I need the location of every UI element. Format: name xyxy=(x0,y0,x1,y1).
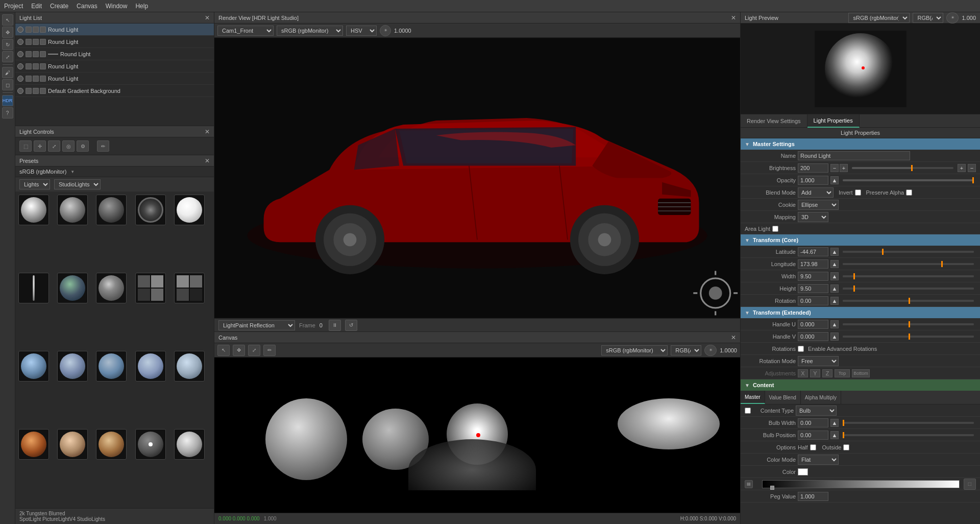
preset-11[interactable] xyxy=(18,351,49,382)
handle-u-input[interactable] xyxy=(798,320,828,329)
vis-btn-6c[interactable] xyxy=(40,88,46,94)
vis-btn-4a[interactable] xyxy=(26,63,32,69)
width-stepper[interactable]: ▲ xyxy=(830,272,839,280)
tool-question[interactable]: ? xyxy=(2,107,13,118)
canvas-tool-2[interactable]: ✥ xyxy=(233,345,245,356)
vis-btn-5c[interactable] xyxy=(40,76,46,82)
light-item-5[interactable]: Round Light xyxy=(15,73,214,85)
presets-category-select[interactable]: Lights xyxy=(19,179,50,189)
light-controls-close[interactable]: ✕ xyxy=(205,128,210,135)
height-stepper[interactable]: ▲ xyxy=(830,284,839,293)
tool-rotate[interactable]: ↻ xyxy=(2,39,13,50)
canvas-tool-3[interactable]: ⤢ xyxy=(248,345,260,356)
handle-u-slider[interactable] xyxy=(843,323,974,325)
color-swatch[interactable] xyxy=(798,468,808,475)
preset-1[interactable] xyxy=(18,195,49,225)
handle-v-stepper[interactable]: ▲ xyxy=(830,332,839,341)
preset-2[interactable] xyxy=(57,195,88,225)
canvas-color-mode[interactable]: RGB(A) xyxy=(671,345,701,355)
preset-15[interactable] xyxy=(174,351,205,382)
handle-v-input[interactable] xyxy=(798,332,828,341)
ctrl-btn-brush[interactable]: ✏ xyxy=(97,140,109,152)
opacity-slider[interactable] xyxy=(843,179,974,181)
colormode-select[interactable]: Flat xyxy=(798,455,839,465)
name-input[interactable] xyxy=(798,151,910,160)
preset-19[interactable] xyxy=(135,429,166,460)
area-light-checkbox[interactable] xyxy=(772,226,778,232)
tool-scale[interactable]: ⤢ xyxy=(2,51,13,62)
rotation-mode-select[interactable]: Free xyxy=(798,356,839,366)
rotation-input[interactable] xyxy=(798,296,828,305)
preset-10[interactable] xyxy=(174,273,205,303)
alpha-expand[interactable]: ⬚ xyxy=(964,479,976,490)
adj-x[interactable]: X xyxy=(798,369,808,377)
width-slider[interactable] xyxy=(843,275,974,277)
ctrl-btn-circle[interactable]: ◎ xyxy=(62,140,75,152)
brightness-add[interactable]: + xyxy=(958,164,966,172)
tool-paint[interactable]: 🖌 xyxy=(2,67,13,78)
preserve-alpha-checkbox[interactable] xyxy=(906,189,912,196)
vis-btn-3a[interactable] xyxy=(26,51,32,57)
alpha-ramp-icon[interactable]: ▤ xyxy=(745,480,753,488)
preset-16[interactable] xyxy=(18,429,49,460)
preset-7[interactable] xyxy=(57,273,88,303)
render-canvas[interactable] xyxy=(214,38,740,318)
vis-btn-4c[interactable] xyxy=(40,63,46,69)
vis-btn-1c[interactable] xyxy=(40,27,46,33)
light-item-3[interactable]: Round Light xyxy=(15,48,214,60)
menu-item-edit[interactable]: Edit xyxy=(31,3,42,10)
opacity-stepper[interactable]: ▲ xyxy=(830,176,839,184)
preset-14[interactable] xyxy=(135,351,166,382)
vis-btn-5b[interactable] xyxy=(33,76,39,82)
vis-btn-3b[interactable] xyxy=(33,51,39,57)
tool-move[interactable]: ✥ xyxy=(2,27,13,38)
preset-12[interactable] xyxy=(57,351,88,382)
adj-bottom[interactable]: Bottom xyxy=(852,369,870,377)
render-view-close[interactable]: ✕ xyxy=(731,14,736,21)
rotations-checkbox[interactable] xyxy=(798,346,804,352)
content-tab-master[interactable]: Master xyxy=(741,391,765,404)
mapping-select[interactable]: 3D xyxy=(798,212,828,222)
latitude-input[interactable] xyxy=(798,247,828,256)
vis-btn-2c[interactable] xyxy=(40,39,46,45)
opacity-input[interactable] xyxy=(798,176,828,185)
preview-color-mode[interactable]: RGB(A) xyxy=(913,13,943,23)
latitude-stepper[interactable]: ▲ xyxy=(830,248,839,256)
height-input[interactable] xyxy=(798,284,828,293)
cookie-select[interactable]: Ellipse xyxy=(798,200,839,210)
light-item-1[interactable]: Round Light xyxy=(15,23,214,36)
preset-20[interactable] xyxy=(174,429,205,460)
light-item-2[interactable]: Round Light xyxy=(15,36,214,48)
vis-btn-5a[interactable] xyxy=(26,76,32,82)
bulb-pos-slider[interactable] xyxy=(843,434,974,436)
width-input[interactable] xyxy=(798,272,828,281)
content-header[interactable]: ▼ Content xyxy=(741,379,980,391)
brightness-minus2[interactable]: − xyxy=(968,164,976,172)
light-item-4[interactable]: Round Light xyxy=(15,60,214,73)
menu-item-canvas[interactable]: Canvas xyxy=(77,3,97,10)
color-mode-select[interactable]: HSV xyxy=(346,26,377,36)
peg-value-input[interactable] xyxy=(798,492,828,501)
adj-top[interactable]: Top xyxy=(835,369,850,377)
adj-z[interactable]: Z xyxy=(822,369,832,377)
play-pause-btn[interactable]: ⏸ xyxy=(329,320,341,331)
ctrl-btn-gear[interactable]: ⚙ xyxy=(77,140,89,152)
preview-color-profile[interactable]: sRGB (rgbMonitor) xyxy=(848,13,910,23)
light-list-close[interactable]: ✕ xyxy=(205,14,210,21)
preset-17[interactable] xyxy=(57,429,88,460)
vis-btn-2b[interactable] xyxy=(33,39,39,45)
preset-13[interactable] xyxy=(96,351,127,382)
tool-hdr[interactable]: HDR xyxy=(2,95,13,106)
canvas-sphere-5[interactable] xyxy=(618,398,720,449)
handle-u-stepper[interactable]: ▲ xyxy=(830,320,839,328)
bulb-width-slider[interactable] xyxy=(843,422,974,424)
menu-item-window[interactable]: Window xyxy=(106,3,128,10)
ctrl-btn-cross[interactable]: ✛ xyxy=(34,140,46,152)
vis-btn-4b[interactable] xyxy=(33,63,39,69)
vis-btn-6a[interactable] xyxy=(26,88,32,94)
vis-btn-6b[interactable] xyxy=(33,88,39,94)
longitude-stepper[interactable]: ▲ xyxy=(830,260,839,268)
ctrl-btn-arrows[interactable]: ⤢ xyxy=(48,140,60,152)
bulb-pos-stepper[interactable]: ▲ xyxy=(830,431,839,439)
rotation-slider[interactable] xyxy=(843,300,974,302)
